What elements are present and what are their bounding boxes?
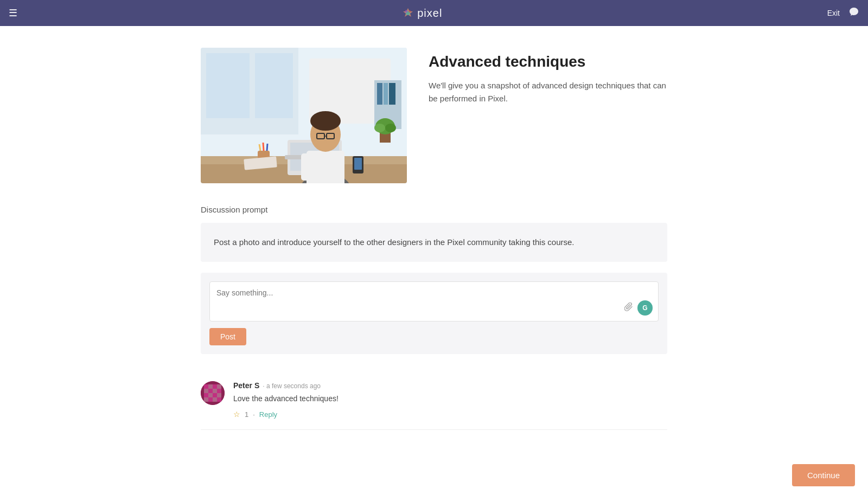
hero-heading: Advanced techniques — [429, 53, 667, 70]
svg-rect-30 — [301, 153, 315, 181]
svg-line-34 — [267, 144, 267, 151]
svg-rect-45 — [213, 389, 217, 393]
svg-rect-37 — [354, 158, 362, 170]
header: ☰ pixel Exit — [0, 0, 868, 26]
svg-rect-12 — [389, 83, 395, 105]
svg-rect-6 — [206, 53, 250, 118]
svg-rect-11 — [384, 83, 388, 105]
post-input-icons: G — [624, 300, 653, 316]
like-icon[interactable]: ☆ — [233, 410, 240, 419]
comment-body: Peter S · a few seconds ago Love the adv… — [233, 381, 667, 419]
comment-time: · a few seconds ago — [263, 382, 321, 390]
svg-rect-44 — [208, 389, 213, 393]
svg-point-16 — [385, 124, 396, 132]
user-avatar-small: G — [637, 300, 653, 316]
hero-image — [201, 48, 407, 183]
hero-section: Advanced techniques We'll give you a sna… — [201, 48, 667, 183]
comment-actions: ☆ 1 · Reply — [233, 410, 667, 419]
post-button[interactable]: Post — [209, 328, 246, 345]
svg-rect-46 — [217, 389, 221, 393]
app-title: pixel — [417, 7, 442, 20]
svg-point-25 — [310, 111, 341, 131]
separator: · — [253, 410, 255, 419]
logo-icon — [402, 7, 414, 19]
svg-rect-50 — [217, 393, 221, 397]
svg-rect-54 — [217, 397, 221, 402]
comment-author: Peter S — [233, 381, 259, 390]
svg-line-33 — [263, 143, 264, 151]
svg-rect-53 — [213, 397, 217, 402]
svg-rect-7 — [255, 53, 293, 118]
svg-rect-41 — [213, 384, 217, 389]
continue-bar: Continue — [779, 455, 868, 484]
discussion-prompt-box: Post a photo and introduce yourself to t… — [201, 223, 667, 262]
svg-point-3 — [409, 10, 411, 12]
main-content: Advanced techniques We'll give you a sna… — [190, 26, 678, 484]
comments-list: Peter S · a few seconds ago Love the adv… — [201, 370, 667, 430]
continue-button[interactable]: Continue — [792, 464, 855, 484]
post-area: G Post — [201, 273, 667, 354]
svg-point-15 — [374, 124, 385, 132]
svg-rect-48 — [208, 393, 213, 397]
svg-rect-10 — [377, 83, 382, 105]
comment-header: Peter S · a few seconds ago — [233, 381, 667, 390]
header-right: Exit — [827, 7, 859, 20]
hero-image-svg — [201, 48, 407, 183]
svg-rect-39 — [204, 384, 208, 389]
comment-text: Love the advanced techniques! — [233, 393, 667, 404]
discussion-prompt-text: Post a photo and introduce yourself to t… — [214, 236, 654, 249]
hero-text: Advanced techniques We'll give you a sna… — [429, 48, 667, 105]
like-count: 1 — [245, 410, 248, 419]
reply-button[interactable]: Reply — [259, 410, 277, 419]
svg-rect-51 — [204, 397, 208, 402]
section-label: Discussion prompt — [201, 205, 667, 214]
hamburger-icon[interactable]: ☰ — [9, 7, 17, 19]
post-input-wrapper: G — [209, 281, 659, 322]
svg-rect-42 — [217, 384, 221, 389]
header-center: pixel — [402, 7, 442, 20]
svg-point-2 — [405, 10, 408, 13]
post-input[interactable] — [216, 288, 652, 312]
comment-item: Peter S · a few seconds ago Love the adv… — [201, 370, 667, 430]
svg-rect-40 — [208, 384, 213, 389]
svg-rect-52 — [208, 397, 213, 402]
header-left: ☰ — [9, 7, 17, 19]
hero-description: We'll give you a snapshot of advanced de… — [429, 79, 667, 105]
discussion-section: Discussion prompt Post a photo and intro… — [201, 205, 667, 430]
svg-rect-47 — [204, 393, 208, 397]
exit-button[interactable]: Exit — [827, 9, 840, 17]
svg-rect-49 — [213, 393, 217, 397]
svg-line-32 — [259, 144, 260, 151]
comment-avatar — [201, 381, 225, 405]
attachment-icon[interactable] — [624, 303, 633, 313]
chat-icon[interactable] — [848, 7, 859, 20]
svg-rect-43 — [204, 389, 208, 393]
svg-point-29 — [316, 140, 327, 149]
